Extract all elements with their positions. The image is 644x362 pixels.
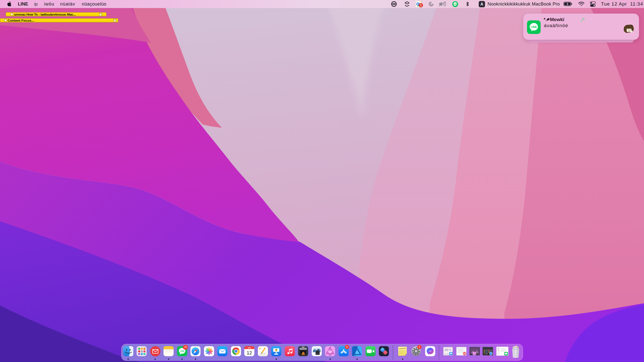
- svg-text:LINE: LINE: [531, 25, 537, 28]
- svg-text:APR: APR: [248, 347, 251, 349]
- svg-text:LINE: LINE: [453, 3, 457, 5]
- svg-text:“: “: [259, 347, 261, 352]
- svg-text:12: 12: [247, 350, 252, 355]
- svg-text:LINE: LINE: [180, 350, 185, 352]
